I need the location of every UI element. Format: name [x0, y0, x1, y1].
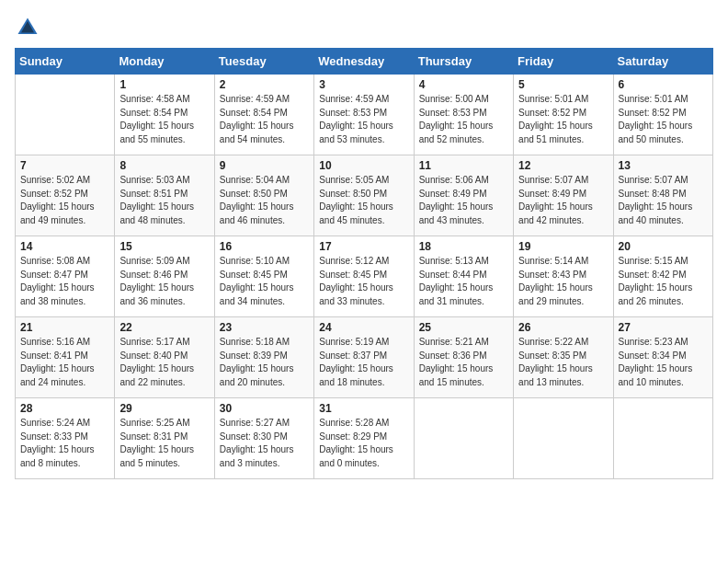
day-content: Sunrise: 5:00 AM Sunset: 8:53 PM Dayligh… — [419, 93, 508, 146]
header-cell-sunday: Sunday — [16, 49, 115, 75]
calendar-cell: 24Sunrise: 5:19 AM Sunset: 8:37 PM Dayli… — [314, 317, 414, 398]
calendar-table: SundayMondayTuesdayWednesdayThursdayFrid… — [15, 48, 713, 479]
day-number: 7 — [20, 159, 109, 172]
logo — [15, 15, 44, 40]
day-content: Sunrise: 5:10 AM Sunset: 8:45 PM Dayligh… — [220, 255, 309, 308]
calendar-cell: 25Sunrise: 5:21 AM Sunset: 8:36 PM Dayli… — [414, 317, 513, 398]
calendar-cell: 9Sunrise: 5:04 AM Sunset: 8:50 PM Daylig… — [214, 155, 313, 236]
calendar-cell — [16, 75, 115, 155]
day-content: Sunrise: 5:02 AM Sunset: 8:52 PM Dayligh… — [20, 174, 109, 227]
day-content: Sunrise: 5:14 AM Sunset: 8:43 PM Dayligh… — [518, 255, 608, 308]
calendar-cell: 31Sunrise: 5:28 AM Sunset: 8:29 PM Dayli… — [314, 398, 414, 479]
calendar-cell: 21Sunrise: 5:16 AM Sunset: 8:41 PM Dayli… — [16, 317, 115, 398]
calendar-cell: 19Sunrise: 5:14 AM Sunset: 8:43 PM Dayli… — [514, 236, 613, 317]
week-row-1: 1Sunrise: 4:58 AM Sunset: 8:54 PM Daylig… — [16, 75, 713, 155]
calendar-cell: 16Sunrise: 5:10 AM Sunset: 8:45 PM Dayli… — [214, 236, 313, 317]
day-content: Sunrise: 5:16 AM Sunset: 8:41 PM Dayligh… — [20, 336, 109, 389]
day-content: Sunrise: 5:28 AM Sunset: 8:29 PM Dayligh… — [319, 417, 408, 470]
day-number: 6 — [619, 78, 708, 91]
day-number: 2 — [220, 78, 309, 91]
day-content: Sunrise: 5:08 AM Sunset: 8:47 PM Dayligh… — [20, 255, 109, 308]
calendar-cell: 18Sunrise: 5:13 AM Sunset: 8:44 PM Dayli… — [414, 236, 513, 317]
day-content: Sunrise: 5:01 AM Sunset: 8:52 PM Dayligh… — [518, 93, 608, 146]
day-content: Sunrise: 5:25 AM Sunset: 8:31 PM Dayligh… — [119, 417, 209, 470]
day-number: 17 — [319, 240, 408, 253]
day-content: Sunrise: 5:24 AM Sunset: 8:33 PM Dayligh… — [20, 417, 109, 470]
week-row-2: 7Sunrise: 5:02 AM Sunset: 8:52 PM Daylig… — [16, 155, 713, 236]
header-cell-monday: Monday — [115, 49, 214, 75]
day-number: 15 — [119, 240, 209, 253]
calendar-body: 1Sunrise: 4:58 AM Sunset: 8:54 PM Daylig… — [16, 75, 713, 479]
day-number: 22 — [119, 321, 209, 334]
calendar-cell: 14Sunrise: 5:08 AM Sunset: 8:47 PM Dayli… — [16, 236, 115, 317]
calendar-cell: 23Sunrise: 5:18 AM Sunset: 8:39 PM Dayli… — [214, 317, 313, 398]
day-number: 16 — [220, 240, 309, 253]
calendar-cell: 30Sunrise: 5:27 AM Sunset: 8:30 PM Dayli… — [214, 398, 313, 479]
day-number: 21 — [20, 321, 109, 334]
day-number: 4 — [419, 78, 508, 91]
calendar-cell: 20Sunrise: 5:15 AM Sunset: 8:42 PM Dayli… — [613, 236, 712, 317]
week-row-4: 21Sunrise: 5:16 AM Sunset: 8:41 PM Dayli… — [16, 317, 713, 398]
day-content: Sunrise: 5:19 AM Sunset: 8:37 PM Dayligh… — [319, 336, 408, 389]
day-content: Sunrise: 5:05 AM Sunset: 8:50 PM Dayligh… — [319, 174, 408, 227]
calendar-cell: 28Sunrise: 5:24 AM Sunset: 8:33 PM Dayli… — [16, 398, 115, 479]
calendar-cell: 26Sunrise: 5:22 AM Sunset: 8:35 PM Dayli… — [514, 317, 613, 398]
calendar-cell: 12Sunrise: 5:07 AM Sunset: 8:49 PM Dayli… — [514, 155, 613, 236]
day-number: 9 — [220, 159, 309, 172]
calendar-cell: 2Sunrise: 4:59 AM Sunset: 8:54 PM Daylig… — [214, 75, 313, 155]
calendar-cell: 22Sunrise: 5:17 AM Sunset: 8:40 PM Dayli… — [115, 317, 214, 398]
day-number: 14 — [20, 240, 109, 253]
calendar-cell: 13Sunrise: 5:07 AM Sunset: 8:48 PM Dayli… — [613, 155, 712, 236]
day-content: Sunrise: 5:18 AM Sunset: 8:39 PM Dayligh… — [220, 336, 309, 389]
day-content: Sunrise: 5:17 AM Sunset: 8:40 PM Dayligh… — [119, 336, 209, 389]
day-content: Sunrise: 5:23 AM Sunset: 8:34 PM Dayligh… — [619, 336, 708, 389]
day-number: 10 — [319, 159, 408, 172]
day-content: Sunrise: 4:58 AM Sunset: 8:54 PM Dayligh… — [119, 93, 209, 146]
calendar-cell: 6Sunrise: 5:01 AM Sunset: 8:52 PM Daylig… — [613, 75, 712, 155]
day-content: Sunrise: 5:07 AM Sunset: 8:49 PM Dayligh… — [518, 174, 608, 227]
day-number: 31 — [319, 402, 408, 415]
calendar-cell — [514, 398, 613, 479]
day-number: 30 — [220, 402, 309, 415]
day-content: Sunrise: 5:06 AM Sunset: 8:49 PM Dayligh… — [419, 174, 508, 227]
calendar-cell: 15Sunrise: 5:09 AM Sunset: 8:46 PM Dayli… — [115, 236, 214, 317]
day-content: Sunrise: 5:03 AM Sunset: 8:51 PM Dayligh… — [119, 174, 209, 227]
day-content: Sunrise: 5:07 AM Sunset: 8:48 PM Dayligh… — [619, 174, 708, 227]
day-content: Sunrise: 5:13 AM Sunset: 8:44 PM Dayligh… — [419, 255, 508, 308]
calendar-cell: 8Sunrise: 5:03 AM Sunset: 8:51 PM Daylig… — [115, 155, 214, 236]
day-content: Sunrise: 5:27 AM Sunset: 8:30 PM Dayligh… — [220, 417, 309, 470]
calendar-cell: 10Sunrise: 5:05 AM Sunset: 8:50 PM Dayli… — [314, 155, 414, 236]
header-cell-friday: Friday — [514, 49, 613, 75]
day-number: 13 — [619, 159, 708, 172]
calendar-header: SundayMondayTuesdayWednesdayThursdayFrid… — [16, 49, 713, 75]
header-row: SundayMondayTuesdayWednesdayThursdayFrid… — [16, 49, 713, 75]
day-content: Sunrise: 5:15 AM Sunset: 8:42 PM Dayligh… — [619, 255, 708, 308]
day-number: 20 — [619, 240, 708, 253]
day-number: 29 — [119, 402, 209, 415]
calendar-cell: 11Sunrise: 5:06 AM Sunset: 8:49 PM Dayli… — [414, 155, 513, 236]
day-number: 26 — [518, 321, 608, 334]
calendar-cell — [414, 398, 513, 479]
day-number: 24 — [319, 321, 408, 334]
page-header — [15, 15, 713, 40]
calendar-cell: 7Sunrise: 5:02 AM Sunset: 8:52 PM Daylig… — [16, 155, 115, 236]
calendar-cell — [613, 398, 712, 479]
day-number: 23 — [220, 321, 309, 334]
day-number: 27 — [619, 321, 708, 334]
week-row-3: 14Sunrise: 5:08 AM Sunset: 8:47 PM Dayli… — [16, 236, 713, 317]
header-cell-saturday: Saturday — [613, 49, 712, 75]
calendar-cell: 27Sunrise: 5:23 AM Sunset: 8:34 PM Dayli… — [613, 317, 712, 398]
day-number: 11 — [419, 159, 508, 172]
day-number: 8 — [119, 159, 209, 172]
week-row-5: 28Sunrise: 5:24 AM Sunset: 8:33 PM Dayli… — [16, 398, 713, 479]
header-cell-wednesday: Wednesday — [314, 49, 414, 75]
header-cell-thursday: Thursday — [414, 49, 513, 75]
day-number: 28 — [20, 402, 109, 415]
day-number: 5 — [518, 78, 608, 91]
calendar-cell: 4Sunrise: 5:00 AM Sunset: 8:53 PM Daylig… — [414, 75, 513, 155]
calendar-cell: 3Sunrise: 4:59 AM Sunset: 8:53 PM Daylig… — [314, 75, 414, 155]
day-number: 18 — [419, 240, 508, 253]
logo-icon — [15, 15, 40, 40]
day-content: Sunrise: 5:21 AM Sunset: 8:36 PM Dayligh… — [419, 336, 508, 389]
calendar-cell: 5Sunrise: 5:01 AM Sunset: 8:52 PM Daylig… — [514, 75, 613, 155]
